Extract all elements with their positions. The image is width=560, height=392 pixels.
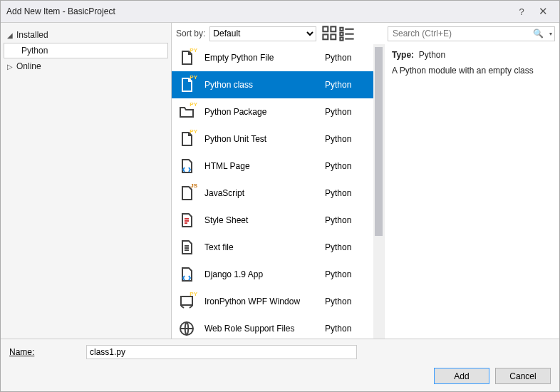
- titlebar: Add New Item - BasicProject ? ✕: [1, 1, 559, 22]
- svg-rect-8: [341, 38, 343, 41]
- detail-type-value: Python: [419, 50, 445, 60]
- sidebar-item-label: Online: [16, 61, 41, 71]
- item-list: PY Empty Python File Python PY Python cl…: [172, 44, 373, 339]
- list-item[interactable]: Text file Python: [172, 234, 373, 261]
- item-name: Style Sheet: [203, 215, 318, 225]
- sidebar-item-label: Python: [21, 46, 48, 56]
- item-name: Python Package: [203, 107, 318, 117]
- sort-select[interactable]: Default: [209, 26, 316, 41]
- search-input[interactable]: [388, 26, 555, 41]
- sidebar-item-installed[interactable]: ◢ Installed: [1, 27, 171, 43]
- chevron-down-icon: ◢: [6, 31, 14, 39]
- item-category: Python: [325, 296, 368, 306]
- list-item[interactable]: PY Python Unit Test Python: [172, 125, 373, 153]
- list-item[interactable]: PY Empty Python File Python: [172, 44, 373, 71]
- item-name: Web Role Support Files: [203, 324, 318, 334]
- list-item[interactable]: Style Sheet Python: [172, 207, 373, 234]
- svg-rect-4: [341, 28, 343, 31]
- add-button[interactable]: Add: [434, 368, 489, 384]
- list-item[interactable]: PY IronPython WPF Window Python: [172, 288, 373, 315]
- html-icon: [177, 157, 196, 175]
- name-label: Name:: [9, 347, 81, 357]
- item-name: Empty Python File: [203, 53, 318, 63]
- item-category: Python: [325, 80, 368, 90]
- item-category: Python: [325, 188, 368, 198]
- list-item[interactable]: PY Python Package Python: [172, 98, 373, 125]
- list-item[interactable]: JS JavaScript Python: [172, 180, 373, 207]
- help-icon[interactable]: ?: [511, 6, 532, 17]
- search-icon[interactable]: 🔍: [533, 29, 544, 38]
- item-category: Python: [325, 269, 368, 279]
- scrollbar[interactable]: [373, 44, 384, 339]
- svg-rect-1: [331, 26, 336, 31]
- item-category: Python: [325, 324, 368, 334]
- item-name: Django 1.9 App: [203, 269, 318, 279]
- svg-rect-2: [323, 34, 328, 39]
- detail-panel: Type: Python A Python module with an emp…: [385, 44, 559, 339]
- file-py-icon: PY: [177, 130, 196, 148]
- js-icon: JS: [177, 184, 196, 202]
- css-icon: [177, 211, 196, 229]
- item-name: JavaScript: [203, 188, 318, 198]
- item-category: Python: [325, 107, 368, 117]
- sidebar-item-online[interactable]: ▷ Online: [1, 58, 171, 74]
- scrollbar-thumb[interactable]: [375, 47, 383, 236]
- sidebar-item-python[interactable]: Python: [4, 43, 168, 58]
- item-name: IronPython WPF Window: [203, 296, 318, 306]
- view-list-button[interactable]: [339, 26, 355, 41]
- name-input[interactable]: [86, 345, 357, 359]
- file-py-icon: PY: [177, 76, 196, 94]
- view-medium-icons-button[interactable]: [322, 26, 338, 41]
- detail-type-label: Type:: [392, 50, 414, 60]
- item-category: Python: [325, 134, 368, 144]
- list-item[interactable]: Django 1.9 App Python: [172, 261, 373, 288]
- sidebar: ◢ Installed Python ▷ Online: [1, 23, 172, 339]
- sort-label: Sort by:: [176, 29, 205, 38]
- item-name: Text file: [203, 242, 318, 252]
- item-name: Python class: [203, 80, 318, 90]
- chevron-right-icon: ▷: [6, 63, 14, 71]
- sidebar-item-label: Installed: [16, 30, 48, 40]
- item-name: Python Unit Test: [203, 134, 318, 144]
- search-box: 🔍 ▾: [388, 26, 555, 41]
- detail-description: A Python module with an empty class: [392, 66, 552, 76]
- window-title: Add New Item - BasicProject: [6, 6, 511, 16]
- folder-py-icon: PY: [177, 103, 196, 121]
- svg-rect-3: [331, 34, 336, 39]
- html-icon: [177, 265, 196, 284]
- list-item[interactable]: HTML Page Python: [172, 153, 373, 180]
- cancel-button[interactable]: Cancel: [495, 368, 551, 384]
- file-py-icon: PY: [177, 48, 196, 67]
- toolbar: Sort by: Default 🔍 ▾: [172, 23, 559, 44]
- globe-icon: [177, 319, 196, 338]
- svg-rect-0: [323, 26, 328, 31]
- item-name: HTML Page: [203, 161, 318, 171]
- search-dropdown-icon[interactable]: ▾: [549, 31, 552, 37]
- text-icon: [177, 238, 196, 257]
- list-item[interactable]: Web Role Support Files Python: [172, 315, 373, 339]
- footer: Name: Add Cancel: [1, 339, 559, 391]
- item-category: Python: [325, 242, 368, 252]
- svg-rect-6: [341, 33, 343, 36]
- wpf-py-icon: PY: [177, 292, 196, 311]
- item-category: Python: [325, 161, 368, 171]
- item-category: Python: [325, 215, 368, 225]
- close-icon[interactable]: ✕: [532, 5, 554, 18]
- list-item[interactable]: PY Python class Python: [172, 71, 373, 98]
- item-category: Python: [325, 53, 368, 63]
- svg-rect-10: [181, 296, 192, 305]
